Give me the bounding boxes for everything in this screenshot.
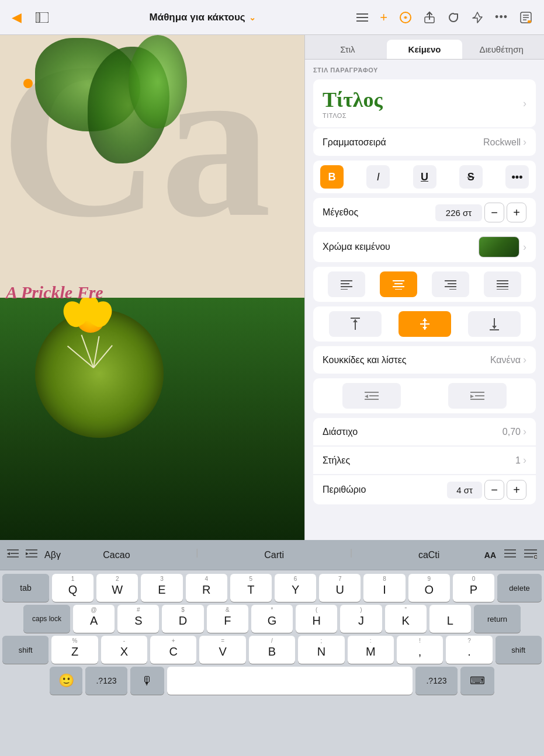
format-buttons-row: B I U S ••• [313,161,536,193]
key-k[interactable]: "K [385,605,427,633]
key-q[interactable]: 1Q [52,574,93,602]
key-symbol-right[interactable]: .?123 [415,667,458,695]
key-y[interactable]: 6Y [275,574,316,602]
tab-dieuthetisi[interactable]: Διευθέτηση [463,40,539,59]
align-center-button[interactable] [380,271,417,297]
key-l[interactable]: L [429,605,471,633]
key-i[interactable]: 8I [363,574,405,602]
columns-label: Στήλες [323,455,350,466]
key-shift-left[interactable]: shift [2,636,48,664]
format-panel: Στιλ Κείμενο Διευθέτηση ΣΤΙΛ ΠΑΡΑΓΡΆΦΟΥ … [304,35,544,540]
history-button[interactable] [442,8,465,27]
kb-ac-word-3[interactable]: caCti [414,548,444,563]
color-row[interactable]: Χρώμα κειμένου › [313,232,536,262]
key-a[interactable]: @A [73,605,115,633]
key-d[interactable]: $D [162,605,203,633]
tab-keimeno[interactable]: Κείμενο [387,40,463,59]
align-right-button[interactable] [432,271,469,297]
valign-top-button[interactable] [329,311,382,337]
italic-button[interactable]: I [366,165,390,189]
key-s[interactable]: #S [117,605,159,633]
key-z[interactable]: %Z [51,636,98,664]
kb-ac-word-2[interactable]: Carti [259,548,289,563]
share-button[interactable] [419,8,440,27]
key-keyboard-hide[interactable]: ⌨ [460,667,494,695]
panel-content: ΣΤΙΛ ΠΑΡΑΓΡΆΦΟΥ Τίτλος ΤΙΤΛΟΣ › Γραμματο… [305,60,544,516]
indent-increase-button[interactable] [448,383,507,409]
list-button[interactable] [352,9,373,26]
font-row[interactable]: Γραμματοσειρά Rockwell › [313,128,536,156]
title-style-row[interactable]: Τίτλος ΤΙΤΛΟΣ › [313,79,536,127]
bold-button[interactable]: B [320,165,344,189]
key-delete[interactable]: delete [497,574,542,602]
key-mic[interactable]: 🎙 [130,667,164,695]
panel-tabs: Στιλ Κείμενο Διευθέτηση [305,35,544,60]
kb-align-button[interactable] [502,545,518,565]
align-justify-button[interactable] [484,271,521,297]
key-caps-lock[interactable]: caps lock [23,605,70,633]
key-f[interactable]: &F [207,605,248,633]
underline-button[interactable]: U [413,165,436,189]
key-comma[interactable]: !, [397,636,443,664]
kb-toolbar-right: AA [482,545,539,565]
indent-decrease-button[interactable] [342,383,401,409]
color-swatch[interactable] [479,236,519,257]
kb-font-size-button[interactable]: AA [482,547,498,563]
svg-rect-1 [36,12,40,23]
kb-format-label: Αβγ [44,550,61,560]
alignment-row [313,267,536,302]
key-r[interactable]: 4R [186,574,227,602]
key-e[interactable]: 3E [141,574,182,602]
key-emoji[interactable]: 🙂 [50,667,82,695]
doc-settings-button[interactable] [515,8,537,27]
key-return[interactable]: return [474,605,521,633]
key-t[interactable]: 5T [230,574,272,602]
brush-button[interactable] [394,8,417,27]
kb-indent-increase-button[interactable] [23,545,40,565]
bullets-row[interactable]: Κουκκίδες και λίστες Κανένα › [313,346,536,374]
key-x[interactable]: -X [101,636,147,664]
size-increase-button[interactable]: + [507,203,526,222]
font-chevron: › [523,136,526,148]
svg-point-6 [404,16,407,19]
key-g[interactable]: *G [251,605,293,633]
key-h[interactable]: (H [296,605,337,633]
kb-format-extra-button[interactable] [522,545,539,565]
key-p[interactable]: 0P [453,574,494,602]
key-v[interactable]: =V [199,636,245,664]
kb-indent-decrease-button[interactable] [5,545,21,565]
pin-button[interactable] [467,8,488,27]
valign-bottom-button[interactable] [468,311,521,337]
key-c[interactable]: +C [150,636,196,664]
back-button[interactable]: ◀ [7,6,26,29]
more-format-button[interactable]: ••• [505,165,529,189]
key-w[interactable]: 2W [96,574,138,602]
key-tab[interactable]: tab [2,574,49,602]
valign-middle-button[interactable] [399,311,451,337]
size-decrease-button[interactable]: − [484,203,504,222]
margin-decrease-button[interactable]: − [484,480,504,500]
add-button[interactable]: + [375,6,392,29]
key-j[interactable]: )J [340,605,382,633]
key-o[interactable]: 9O [408,574,450,602]
key-m[interactable]: :M [348,636,394,664]
line-spacing-row[interactable]: Διάστιχο 0,70 › [313,418,536,446]
key-b[interactable]: /B [249,636,295,664]
columns-row[interactable]: Στήλες 1 › [313,446,536,475]
kb-ac-word-1[interactable]: Cacao [98,548,134,563]
tab-stil[interactable]: Στιλ [310,40,386,59]
align-left-button[interactable] [328,271,365,297]
key-symbol-left[interactable]: .?123 [85,667,127,695]
more-button[interactable]: ••• [490,8,512,27]
key-n[interactable]: ;N [298,636,344,664]
paragraph-style-label: ΣΤΙΛ ΠΑΡΑΓΡΆΦΟΥ [313,67,536,74]
sidebar-toggle-button[interactable] [31,9,53,26]
key-period[interactable]: ?. [446,636,492,664]
key-shift-right[interactable]: shift [496,636,542,664]
key-space[interactable] [167,667,413,695]
key-u[interactable]: 7U [319,574,361,602]
title-dropdown-icon[interactable]: ⌄ [249,13,256,22]
orange-handle-dot[interactable] [23,79,33,88]
margin-increase-button[interactable]: + [507,480,526,500]
strikethrough-button[interactable]: S [459,165,483,189]
